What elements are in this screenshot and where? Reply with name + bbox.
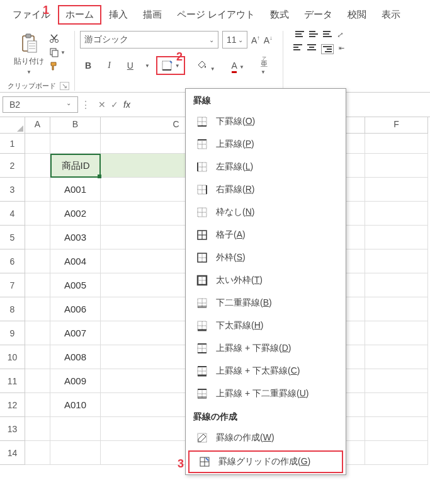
cell[interactable]	[365, 393, 428, 417]
border-menu-item[interactable]: 上罫線(P)	[186, 133, 346, 156]
font-name-dropdown[interactable]: 游ゴシック ⌄	[80, 31, 218, 49]
draw-border-button[interactable]: 罫線の作成(W)	[186, 427, 346, 449]
menu-review[interactable]: 校閲	[340, 5, 374, 25]
cell[interactable]	[365, 226, 428, 249]
menu-draw[interactable]: 描画	[135, 5, 169, 25]
row-header-1[interactable]: 1	[0, 134, 25, 154]
border-menu-item[interactable]: 太い外枠(T)	[186, 269, 346, 292]
cell[interactable]	[365, 249, 428, 273]
cell[interactable]: A006	[50, 297, 101, 321]
border-menu-item[interactable]: 上罫線 + 下太罫線(C)	[186, 360, 346, 382]
indent-decrease-button[interactable]: ⇤	[339, 44, 344, 54]
cell[interactable]	[365, 154, 428, 178]
col-header-A[interactable]: A	[25, 117, 50, 134]
cell[interactable]	[25, 417, 50, 441]
border-menu-item[interactable]: 下太罫線(H)	[186, 314, 346, 337]
cancel-formula-button[interactable]: ✕	[98, 100, 106, 110]
menu-pagelayout[interactable]: ページ レイアウト	[169, 5, 263, 25]
row-header-5[interactable]: 5	[0, 226, 25, 249]
cell[interactable]	[25, 249, 50, 273]
row-header-8[interactable]: 8	[0, 297, 25, 321]
cell[interactable]	[25, 441, 50, 465]
cell[interactable]	[365, 321, 428, 345]
row-header-13[interactable]: 13	[0, 417, 25, 441]
row-header-11[interactable]: 11	[0, 369, 25, 393]
cell[interactable]	[25, 134, 50, 154]
cell[interactable]	[365, 369, 428, 393]
align-bottom-button[interactable]	[323, 31, 332, 39]
underline-button[interactable]: U	[122, 58, 139, 73]
cell[interactable]	[365, 417, 428, 441]
border-menu-item[interactable]: 左罫線(L)	[186, 156, 346, 178]
align-top-button[interactable]	[295, 31, 304, 39]
cell[interactable]	[50, 417, 101, 441]
border-menu-item[interactable]: 上罫線 + 下二重罫線(U)	[186, 382, 346, 405]
border-menu-item[interactable]: 枠なし(N)	[186, 201, 346, 224]
cell[interactable]	[365, 345, 428, 369]
cell[interactable]	[25, 297, 50, 321]
furigana-button[interactable]: ア亜 ▼	[256, 54, 273, 77]
cell[interactable]: A007	[50, 321, 101, 345]
menu-view[interactable]: 表示	[374, 5, 408, 25]
cell[interactable]	[25, 345, 50, 369]
row-header-4[interactable]: 4	[0, 202, 25, 226]
border-menu-item[interactable]: 下二重罫線(B)	[186, 292, 346, 314]
cell[interactable]: A008	[50, 345, 101, 369]
cell[interactable]: A009	[50, 369, 101, 393]
menu-home[interactable]: ホーム	[58, 5, 101, 25]
border-menu-item[interactable]: 右罫線(R)	[186, 178, 346, 201]
row-header-6[interactable]: 6	[0, 249, 25, 273]
name-box[interactable]: B2 ⌄	[3, 96, 78, 113]
cell[interactable]	[365, 297, 428, 321]
border-menu-item[interactable]: 下罫線(O)	[186, 110, 346, 133]
cell[interactable]	[50, 134, 101, 154]
bold-button[interactable]: B	[80, 58, 96, 73]
cell[interactable]	[365, 134, 428, 154]
format-painter-button[interactable]	[49, 61, 65, 71]
select-all-button[interactable]	[0, 117, 25, 134]
cell[interactable]: A004	[50, 249, 101, 273]
col-header-F[interactable]: F	[365, 117, 428, 134]
cell[interactable]	[25, 178, 50, 202]
cell[interactable]	[25, 321, 50, 345]
border-menu-item[interactable]: 上罫線 + 下罫線(D)	[186, 337, 346, 360]
cell[interactable]: A003	[50, 226, 101, 249]
row-header-14[interactable]: 14	[0, 441, 25, 465]
font-increase-button[interactable]: A↑	[251, 35, 260, 45]
cell[interactable]	[365, 273, 428, 297]
cell[interactable]	[25, 393, 50, 417]
menu-data[interactable]: データ	[297, 5, 340, 25]
row-header-10[interactable]: 10	[0, 345, 25, 369]
cell[interactable]	[25, 369, 50, 393]
dialog-launcher-icon[interactable]: ↘	[60, 82, 69, 90]
confirm-formula-button[interactable]: ✓	[111, 100, 118, 110]
font-decrease-button[interactable]: A↓	[264, 35, 273, 45]
font-color-button[interactable]: A ▼	[227, 58, 249, 73]
paste-button[interactable]: 貼り付け ▼	[11, 31, 47, 77]
cell[interactable]	[25, 226, 50, 249]
menu-file[interactable]: ファイル	[5, 5, 58, 25]
align-center-button[interactable]	[307, 44, 316, 54]
cell-B2-selected[interactable]: 商品ID	[50, 154, 101, 178]
menu-formulas[interactable]: 数式	[263, 5, 297, 25]
cell[interactable]	[25, 154, 50, 178]
italic-button[interactable]: I	[103, 58, 116, 73]
align-middle-button[interactable]	[309, 31, 318, 39]
cell[interactable]	[365, 441, 428, 465]
row-header-3[interactable]: 3	[0, 178, 25, 202]
cell[interactable]: A001	[50, 178, 101, 202]
align-left-button[interactable]	[293, 44, 302, 54]
cut-button[interactable]	[49, 33, 65, 43]
border-menu-item[interactable]: 格子(A)	[186, 224, 346, 246]
align-right-button[interactable]	[321, 44, 334, 54]
orientation-button[interactable]: ⤢	[337, 31, 342, 39]
font-size-dropdown[interactable]: 11 ⌄	[222, 31, 247, 49]
fill-color-button[interactable]: ▼	[191, 57, 220, 75]
menu-insert[interactable]: 挿入	[101, 5, 135, 25]
fx-button[interactable]: fx	[123, 100, 130, 110]
cell[interactable]: A002	[50, 202, 101, 226]
cell[interactable]	[50, 441, 101, 465]
cell[interactable]	[25, 273, 50, 297]
copy-button[interactable]: ▼	[49, 47, 65, 57]
draw-border-grid-button[interactable]: 罫線グリッドの作成(G)	[188, 450, 343, 473]
